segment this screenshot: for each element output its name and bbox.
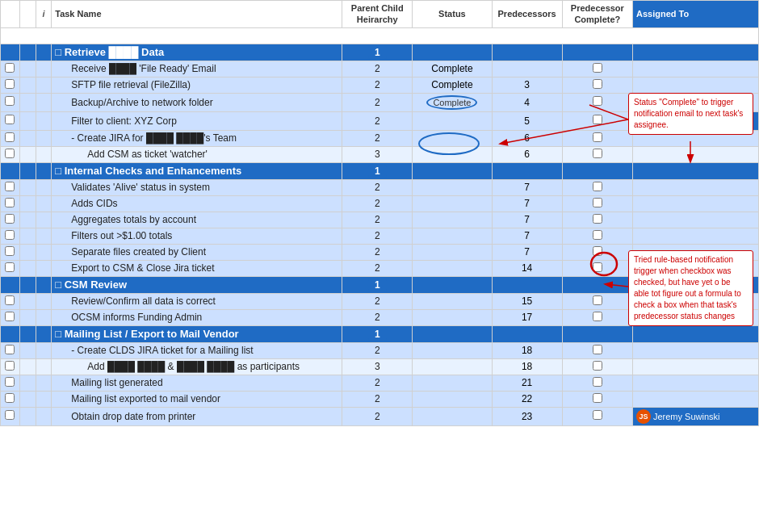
predcomp-cell[interactable] [562,212,632,228]
predcomp-checkbox[interactable] [593,410,602,420]
row-checkbox-cell[interactable] [1,375,20,391]
row-checkbox-cell[interactable] [1,195,20,212]
predcomp-checkbox[interactable] [593,246,602,256]
row-checkbox[interactable] [5,295,15,305]
assigned-value: JS Jeremy Suwinski [636,409,755,424]
predcomp-cell[interactable] [562,407,632,425]
predcomp-checkbox[interactable] [593,393,602,403]
row-checkbox[interactable] [5,198,15,207]
row-checkbox-cell[interactable] [1,212,20,228]
row-checkbox-cell[interactable] [1,130,20,146]
task-name-cell: Mailing list generated [52,375,342,391]
predcomp-cell[interactable] [562,61,632,77]
table-row: OCSM informs Funding Admin217 [1,309,759,325]
row-checkbox[interactable] [5,63,15,73]
row-checkbox-cell[interactable] [1,244,20,260]
row-checkbox-cell[interactable] [1,407,20,425]
row-checkbox[interactable] [5,393,15,403]
row-checkbox-cell[interactable] [1,146,20,162]
predcomp-checkbox[interactable] [593,361,602,371]
predcomp-checkbox[interactable] [593,132,602,142]
row-checkbox-cell[interactable] [1,358,20,375]
predcomp-cell[interactable] [562,391,632,407]
row-checkbox[interactable] [5,132,15,142]
predcomp-cell[interactable] [562,293,632,309]
row-checkbox[interactable] [5,377,15,387]
predcomp-cell[interactable] [562,111,632,130]
predcomp-cell[interactable] [562,130,632,146]
predcomp-checkbox[interactable] [593,79,602,89]
row-pin-cell [19,93,36,111]
predcomp-checkbox[interactable] [593,214,602,224]
row-checkbox[interactable] [5,115,15,124]
table-row: Add ████ ████ & ████ ████ as participant… [1,358,759,375]
hier-badge: 1 [368,165,387,178]
predcomp-checkbox[interactable] [593,198,602,207]
predcomp-checkbox[interactable] [593,63,602,73]
predcomp-cell[interactable] [562,260,632,276]
row-info-cell [36,111,52,130]
predcomp-checkbox[interactable] [593,295,602,305]
row-checkbox-cell[interactable] [1,179,20,195]
row-checkbox-cell[interactable] [1,162,20,179]
predcomp-checkbox[interactable] [593,115,602,124]
row-checkbox[interactable] [5,262,15,272]
row-checkbox-cell[interactable] [1,228,20,244]
predcomp-checkbox[interactable] [593,230,602,240]
task-name-cell: OCSM informs Funding Admin [52,309,342,325]
predcomp-checkbox[interactable] [593,345,602,354]
avatar: JS [636,409,651,424]
row-checkbox-cell[interactable] [1,342,20,358]
predcomp-cell[interactable] [562,162,632,179]
predcomp-cell[interactable] [562,93,632,111]
predcomp-cell[interactable] [562,276,632,293]
task-name-cell: Review/Confirm all data is correct [52,293,342,309]
row-checkbox-cell[interactable] [1,391,20,407]
row-checkbox[interactable] [5,149,15,158]
predcomp-checkbox[interactable] [593,312,602,321]
hier-cell: 2 [342,212,413,228]
row-checkbox[interactable] [5,361,15,371]
row-checkbox[interactable] [5,96,15,106]
predcomp-cell[interactable] [562,342,632,358]
predcomp-cell[interactable] [562,228,632,244]
predcomp-cell[interactable] [562,358,632,375]
sub-label: OCSM informs Funding Admin [55,312,202,323]
row-checkbox-cell[interactable] [1,293,20,309]
predcomp-cell[interactable] [562,309,632,325]
hier-value: 2 [375,63,380,74]
predcomp-checkbox[interactable] [593,377,602,387]
row-checkbox[interactable] [5,345,15,354]
row-checkbox[interactable] [5,246,15,256]
row-checkbox-cell[interactable] [1,77,20,93]
row-checkbox[interactable] [5,312,15,321]
predcomp-checkbox[interactable] [593,182,602,191]
pred-cell: 3 [492,77,562,93]
predcomp-cell[interactable] [562,44,632,61]
row-checkbox-cell[interactable] [1,93,20,111]
predcomp-checkbox[interactable] [593,149,602,158]
row-checkbox-cell[interactable] [1,111,20,130]
predcomp-cell[interactable] [562,195,632,212]
row-checkbox-cell[interactable] [1,44,20,61]
row-checkbox[interactable] [5,182,15,191]
predcomp-checkbox[interactable] [593,262,602,272]
predcomp-cell[interactable] [562,179,632,195]
predcomp-checkbox[interactable] [593,96,602,106]
row-checkbox-cell[interactable] [1,309,20,325]
predcomp-cell[interactable] [562,77,632,93]
row-checkbox[interactable] [5,410,15,420]
row-checkbox-cell[interactable] [1,276,20,293]
row-checkbox[interactable] [5,79,15,89]
predcomp-cell[interactable] [562,325,632,342]
predcomp-cell[interactable] [562,146,632,162]
row-checkbox[interactable] [5,230,15,240]
row-checkbox-cell[interactable] [1,61,20,77]
col-header-task: Task Name [52,1,342,28]
predcomp-cell[interactable] [562,244,632,260]
row-checkbox-cell[interactable] [1,260,20,276]
row-checkbox-cell[interactable] [1,325,20,342]
predcomp-cell[interactable] [562,375,632,391]
row-checkbox[interactable] [5,214,15,224]
pred-cell: 7 [492,195,562,212]
